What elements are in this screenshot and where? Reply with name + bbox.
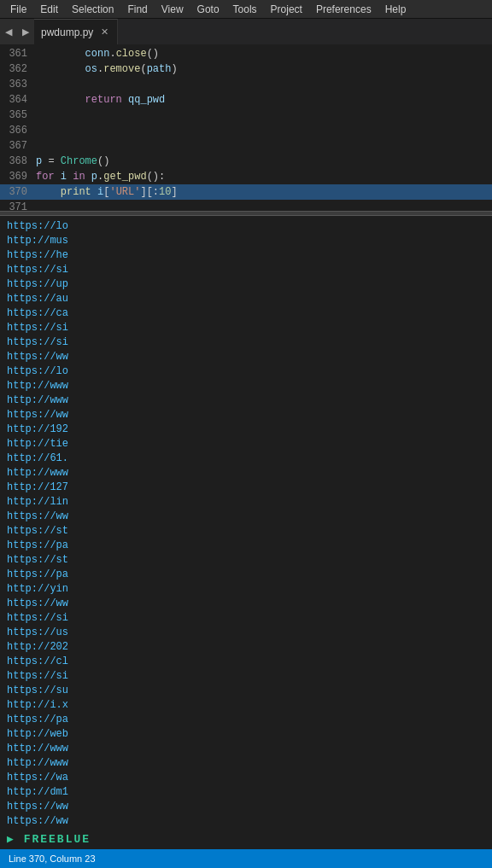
output-line: https://up xyxy=(7,277,485,292)
output-line: https://ca xyxy=(7,306,485,321)
line-number: 371 xyxy=(0,200,36,211)
output-line: http://202 xyxy=(7,640,485,655)
output-line: https://ww xyxy=(7,814,485,829)
line-number: 362 xyxy=(0,61,36,77)
output-line: https://ww xyxy=(7,350,485,364)
output-line: http://mus xyxy=(7,234,485,248)
tab-close-button[interactable]: ✕ xyxy=(98,26,110,38)
menu-preferences[interactable]: Preferences xyxy=(309,2,378,17)
output-line: http://www xyxy=(7,466,485,481)
output-line: http://www xyxy=(7,393,485,408)
output-line: https://pa xyxy=(7,568,485,582)
line-number: 361 xyxy=(0,46,36,61)
line-text: os.remove(path) xyxy=(36,61,178,77)
code-line: 371 xyxy=(0,200,492,211)
code-line: 362 os.remove(path) xyxy=(0,61,492,77)
line-text: conn.close() xyxy=(36,46,159,61)
line-number: 364 xyxy=(0,92,36,108)
line-text: print i['URL'][:10] xyxy=(36,184,178,200)
code-line: 365 xyxy=(0,108,492,123)
menu-help[interactable]: Help xyxy=(378,2,413,17)
output-line: https://ww xyxy=(7,597,485,611)
line-number: 365 xyxy=(0,108,36,123)
output-content: https://lohttp://mushttps://hehttps://si… xyxy=(7,219,485,830)
output-line: http://www xyxy=(7,379,485,393)
code-line: 364 return qq_pwd xyxy=(0,92,492,108)
menu-find[interactable]: Find xyxy=(120,2,154,17)
tab-forward-button[interactable]: ▶ xyxy=(17,19,34,44)
output-line: https://ww xyxy=(7,800,485,814)
output-line: https://si xyxy=(7,263,485,277)
code-line: 369for i in p.get_pwd(): xyxy=(0,169,492,184)
menu-project[interactable]: Project xyxy=(264,2,309,17)
line-number: 363 xyxy=(0,77,36,92)
menu-tools[interactable]: Tools xyxy=(226,2,264,17)
output-line: http://192 xyxy=(7,422,485,437)
output-line: https://he xyxy=(7,248,485,263)
output-line: https://st xyxy=(7,524,485,539)
output-line: http://lin xyxy=(7,495,485,510)
code-line: 370 print i['URL'][:10] xyxy=(0,184,492,200)
tab-back-button[interactable]: ◀ xyxy=(0,19,17,44)
output-line: https://si xyxy=(7,335,485,350)
menu-goto[interactable]: Goto xyxy=(190,2,226,17)
output-line: https://lo xyxy=(7,364,485,379)
output-line: http://www xyxy=(7,756,485,771)
tab-bar: ◀ ▶ pwdump.py ✕ xyxy=(0,19,492,44)
logo-text: ▶ FREEBLUE xyxy=(7,832,91,846)
output-line: https://ww xyxy=(7,408,485,422)
output-line: http://tie xyxy=(7,437,485,451)
output-line: https://ww xyxy=(7,510,485,524)
output-line: https://pa xyxy=(7,539,485,553)
line-text: for i in p.get_pwd(): xyxy=(36,169,165,184)
code-line: 368p = Chrome() xyxy=(0,154,492,169)
output-line: https://st xyxy=(7,553,485,568)
output-line: http://web xyxy=(7,727,485,742)
status-text: Line 370, Column 23 xyxy=(9,853,96,864)
output-line: https://wa xyxy=(7,771,485,785)
output-line: https://au xyxy=(7,292,485,306)
status-bar: Line 370, Column 23 xyxy=(0,849,492,868)
output-line: https://si xyxy=(7,669,485,684)
code-line: 363 xyxy=(0,77,492,92)
code-line: 367 xyxy=(0,138,492,154)
output-line: https://si xyxy=(7,611,485,626)
output-line: http://i.x xyxy=(7,698,485,713)
tab-label: pwdump.py xyxy=(41,26,93,38)
line-number: 369 xyxy=(0,169,36,184)
output-line: https://si xyxy=(7,321,485,335)
output-panel: https://lohttp://mushttps://hehttps://si… xyxy=(0,216,492,830)
code-content: 361 conn.close()362 os.remove(path)36336… xyxy=(0,44,492,211)
line-number: 368 xyxy=(0,154,36,169)
line-text: p = Chrome() xyxy=(36,154,109,169)
tab-pwdump[interactable]: pwdump.py ✕ xyxy=(34,19,118,44)
output-line: http://dm1 xyxy=(7,785,485,800)
menu-bar: File Edit Selection Find View Goto Tools… xyxy=(0,0,492,19)
code-editor[interactable]: 361 conn.close()362 os.remove(path)36336… xyxy=(0,44,492,211)
line-text: return qq_pwd xyxy=(36,92,165,108)
menu-edit[interactable]: Edit xyxy=(33,2,65,17)
output-line: https://su xyxy=(7,684,485,698)
line-number: 370 xyxy=(0,184,36,200)
output-line: https://lo xyxy=(7,219,485,234)
code-line: 366 xyxy=(0,123,492,138)
code-line: 361 conn.close() xyxy=(0,46,492,61)
output-line: http://61. xyxy=(7,451,485,466)
output-line: http://127 xyxy=(7,481,485,495)
output-line: https://cl xyxy=(7,655,485,669)
output-line: http://www xyxy=(7,742,485,756)
logo-bar: ▶ FREEBLUE xyxy=(0,829,492,849)
menu-file[interactable]: File xyxy=(3,2,33,17)
menu-selection[interactable]: Selection xyxy=(65,2,120,17)
line-number: 367 xyxy=(0,138,36,154)
menu-view[interactable]: View xyxy=(155,2,190,17)
output-line: http://yin xyxy=(7,582,485,597)
line-number: 366 xyxy=(0,123,36,138)
output-line: https://pa xyxy=(7,713,485,727)
output-line: https://us xyxy=(7,626,485,640)
